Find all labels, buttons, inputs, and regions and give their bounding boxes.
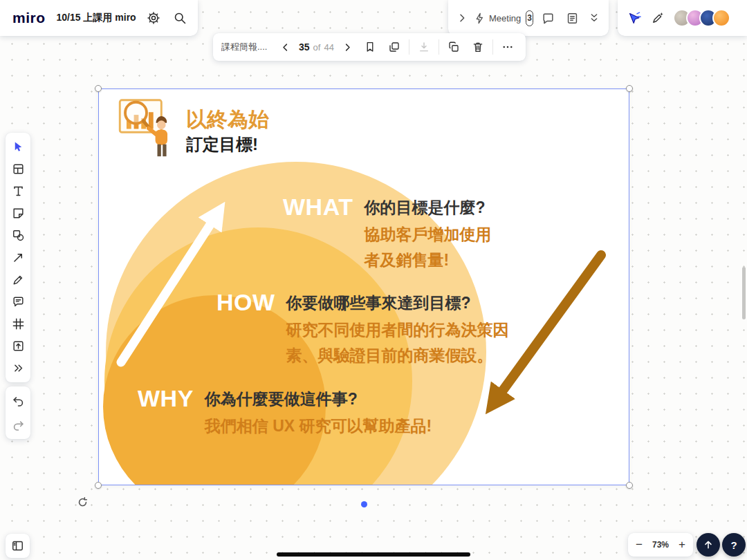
what-answer: 協助客戶增加使用者及銷售量! (364, 222, 504, 273)
double-chevron-down-icon (589, 12, 600, 24)
search-button[interactable] (170, 8, 190, 28)
why-question: 你為什麼要做這件事? (205, 384, 504, 410)
frames-panel-button[interactable] (8, 536, 28, 556)
pen-tool-button[interactable] (7, 269, 29, 290)
notes-button[interactable] (562, 8, 582, 28)
what-row: WHAT 你的目標是什麼? 協助客戶增加使用者及銷售量! (283, 193, 504, 273)
frame-page-indicator-dot[interactable] (361, 501, 367, 507)
page-current: 35 (299, 41, 310, 53)
selection-handle-sw[interactable] (95, 482, 102, 489)
how-answer: 研究不同使用者間的行為決策因素、與驗證目前的商業假設。 (286, 317, 517, 368)
select-tool-icon (12, 140, 25, 153)
why-row: WHY 你為什麼要做這件事? 我們相信 UX 研究可以幫助產品! (138, 384, 504, 439)
bookmark-button[interactable] (360, 37, 380, 57)
vertical-scrollbar[interactable] (742, 267, 746, 319)
laser-pointer-icon (651, 11, 665, 25)
delete-button[interactable] (468, 37, 488, 57)
collaboration-cursors-icon (627, 11, 642, 26)
gear-icon (147, 11, 160, 25)
slide-subtitle: 訂定目標! (186, 133, 258, 156)
topbar-left: miro 10/15 上課用 miro (0, 0, 198, 36)
lightning-icon (474, 12, 486, 24)
selection-handle-se[interactable] (626, 482, 633, 489)
copy-icon (448, 41, 460, 53)
chevron-left-icon (280, 42, 290, 53)
page-total: 44 (324, 42, 333, 53)
collapse-meeting-button[interactable] (455, 8, 469, 28)
chat-icon (542, 12, 555, 25)
settings-button[interactable] (144, 8, 163, 28)
collaboration-cursors-button[interactable] (625, 8, 644, 28)
frame-tool-button[interactable] (7, 313, 29, 335)
frame-icon (12, 317, 25, 330)
redo-icon (12, 418, 25, 431)
notes-icon (566, 12, 579, 25)
upload-tool-button[interactable] (7, 335, 29, 357)
shapes-icon (12, 229, 25, 242)
board-title[interactable]: 10/15 上課用 miro (57, 12, 137, 24)
chevron-right-icon (456, 12, 468, 24)
frames-panel-button-card (6, 534, 30, 558)
topbar-presence (618, 0, 747, 36)
pen-icon (12, 273, 25, 286)
what-question: 你的目標是什麼? (364, 193, 504, 218)
search-icon (173, 11, 187, 25)
catch-up-button[interactable] (697, 533, 720, 557)
templates-tool-button[interactable] (7, 158, 29, 180)
why-label: WHY (138, 384, 194, 412)
sticky-note-icon (12, 207, 25, 220)
slide-frame[interactable]: 以終為始 訂定目標! WHAT 你的目標是什麼? 協助客戶增加使用者及銷售量! … (98, 88, 629, 485)
why-answer: 我們相信 UX 研究可以幫助產品! (205, 413, 504, 439)
miro-app: 以終為始 訂定目標! WHAT 你的目標是什麼? 協助客戶增加使用者及銷售量! … (0, 0, 747, 560)
more-tools-button[interactable] (7, 357, 29, 379)
creation-toolbar (6, 133, 30, 382)
duplicate-slide-button[interactable] (385, 37, 404, 57)
arrow-up-icon (703, 539, 714, 550)
frame-name[interactable]: 課程簡報.... (221, 41, 273, 53)
expand-tools-button[interactable] (587, 8, 602, 28)
export-button[interactable] (414, 37, 434, 57)
text-tool-button[interactable] (7, 180, 29, 202)
zoom-out-button[interactable]: − (631, 536, 647, 553)
zoom-in-button[interactable]: + (674, 536, 690, 553)
connector-tool-button[interactable] (7, 247, 29, 268)
toolbar-divider (409, 39, 409, 55)
connector-icon (12, 251, 25, 264)
rotate-icon (77, 496, 89, 508)
comment-tool-button[interactable] (7, 291, 29, 312)
toolbar-divider (492, 39, 493, 55)
selection-handle-nw[interactable] (95, 85, 102, 92)
history-toolbar (6, 386, 30, 439)
rotate-handle[interactable] (77, 496, 89, 510)
home-indicator (277, 552, 470, 557)
redo-button[interactable] (7, 414, 29, 436)
select-tool-button[interactable] (7, 136, 29, 158)
help-button[interactable]: ? (722, 533, 746, 557)
laser-pointer-button[interactable] (648, 8, 667, 28)
frames-count-button[interactable]: 3 (526, 10, 533, 26)
undo-button[interactable] (7, 390, 29, 411)
more-tools-icon (12, 362, 24, 374)
shapes-tool-button[interactable] (7, 225, 29, 246)
zoom-toolbar: − 73% + (628, 533, 693, 557)
topbar-meeting: Meeting 3 (448, 0, 609, 36)
copy-button[interactable] (444, 37, 463, 57)
how-row: HOW 你要做哪些事來達到目標? 研究不同使用者間的行為決策因素、與驗證目前的商… (216, 288, 517, 368)
zoom-level[interactable]: 73% (652, 540, 669, 550)
previous-slide-button[interactable] (277, 37, 293, 57)
page-indicator: 35 of 44 (297, 41, 335, 53)
avatar-4[interactable] (712, 9, 730, 27)
frame-toolbar: 課程簡報.... 35 of 44 (213, 33, 526, 61)
avatar-stack (673, 9, 730, 27)
chat-button[interactable] (538, 8, 557, 28)
more-options-button[interactable] (498, 37, 517, 57)
upload-icon (12, 339, 25, 353)
selection-handle-ne[interactable] (626, 85, 633, 92)
frames-panel-icon (11, 539, 24, 552)
next-slide-button[interactable] (340, 37, 356, 57)
miro-logo[interactable]: miro (8, 10, 50, 26)
research-illustration (113, 96, 181, 162)
sticky-note-tool-button[interactable] (7, 203, 29, 224)
how-question: 你要做哪些事來達到目標? (286, 288, 517, 314)
meeting-button[interactable]: Meeting (474, 12, 521, 24)
